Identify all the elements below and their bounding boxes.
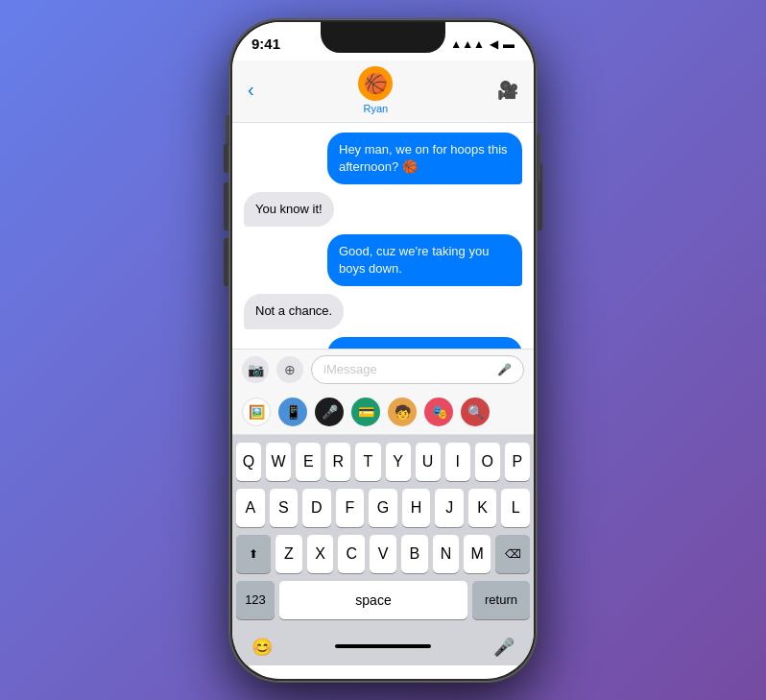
key-t[interactable]: T <box>355 443 380 481</box>
avatar: 🏀 <box>358 66 393 101</box>
message-row: Good, cuz we're taking you boys down. <box>244 234 522 286</box>
keyboard-row-4: 123 space return <box>236 581 530 619</box>
apps-row: 🖼️ 📱 🎤 💳 🧒 🎭 🔍 <box>232 390 534 435</box>
message-row: Not a chance. <box>244 294 522 328</box>
contact-name: Ryan <box>363 103 388 114</box>
mic-button[interactable]: 🎤 <box>493 637 515 658</box>
return-key[interactable]: return <box>472 581 530 619</box>
video-call-button[interactable]: 🎥 <box>497 80 518 101</box>
key-x[interactable]: X <box>307 535 334 573</box>
message-row: Hi lamb chop, it's only been an hour and… <box>244 337 522 349</box>
sent-bubble: Good, cuz we're taking you boys down. <box>327 234 522 286</box>
key-a[interactable]: A <box>236 489 265 527</box>
volume-up-button <box>224 182 228 230</box>
space-key[interactable]: space <box>279 581 467 619</box>
battery-icon: ▬ <box>503 37 515 51</box>
keyboard-row-2: A S D F G H J K L <box>236 489 530 527</box>
photos-app-icon[interactable]: 🖼️ <box>242 398 271 426</box>
key-p[interactable]: P <box>505 443 530 481</box>
power-button <box>538 163 542 230</box>
memoji-icon[interactable]: 🧒 <box>388 398 417 426</box>
home-indicator <box>335 644 431 648</box>
contact-info[interactable]: 🏀 Ryan <box>358 66 393 114</box>
mic-icon: 🎤 <box>497 363 512 376</box>
key-z[interactable]: Z <box>275 535 302 573</box>
input-placeholder: iMessage <box>323 362 377 376</box>
sent-bubble: Hi lamb chop, it's only been an hour and… <box>327 337 522 349</box>
message-row: You know it! <box>244 192 522 227</box>
keyboard-row-1: Q W E R T Y U I O P <box>236 443 530 481</box>
phone-screen: 9:41 ▲▲▲ ◀ ▬ ‹ 🏀 Ryan 🎥 <box>232 22 534 679</box>
received-bubble: You know it! <box>244 192 334 227</box>
key-s[interactable]: S <box>270 489 299 527</box>
key-e[interactable]: E <box>296 443 321 481</box>
key-j[interactable]: J <box>435 489 464 527</box>
key-i[interactable]: I <box>445 443 470 481</box>
phone-frame: 9:41 ▲▲▲ ◀ ▬ ‹ 🏀 Ryan 🎥 <box>229 19 537 682</box>
key-g[interactable]: G <box>369 489 397 527</box>
key-y[interactable]: Y <box>386 443 411 481</box>
signal-icon: ▲▲▲ <box>450 37 485 51</box>
key-l[interactable]: L <box>501 489 530 527</box>
key-k[interactable]: K <box>468 489 497 527</box>
key-c[interactable]: C <box>338 535 365 573</box>
apps-button[interactable]: ⊕ <box>276 356 303 383</box>
key-w[interactable]: W <box>266 443 291 481</box>
navigation-bar: ‹ 🏀 Ryan 🎥 <box>232 60 534 123</box>
key-q[interactable]: Q <box>236 443 261 481</box>
stickers-icon[interactable]: 🎭 <box>424 398 453 426</box>
back-button[interactable]: ‹ <box>248 79 254 101</box>
bottom-bar: 😊 🎤 <box>232 633 534 665</box>
key-r[interactable]: R <box>325 443 350 481</box>
shift-key[interactable]: ⬆ <box>236 535 271 573</box>
messages-list: Hey man, we on for hoops this afternoon?… <box>232 123 534 349</box>
messages-area: Hey man, we on for hoops this afternoon?… <box>232 123 534 349</box>
status-icons: ▲▲▲ ◀ ▬ <box>450 37 515 51</box>
wifi-icon: ◀ <box>490 37 498 51</box>
received-bubble: Not a chance. <box>244 294 344 328</box>
avatar-emoji: 🏀 <box>364 72 388 95</box>
message-row: Hey man, we on for hoops this afternoon?… <box>244 133 522 184</box>
key-f[interactable]: F <box>336 489 365 527</box>
message-input[interactable]: iMessage 🎤 <box>311 355 524 384</box>
keyboard-row-3: ⬆ Z X C V B N M ⌫ <box>236 535 530 573</box>
input-bar: 📷 ⊕ iMessage 🎤 <box>232 349 534 390</box>
key-d[interactable]: D <box>302 489 331 527</box>
camera-button[interactable]: 📷 <box>242 356 269 383</box>
keyboard: Q W E R T Y U I O P A S D F G <box>232 435 534 633</box>
key-b[interactable]: B <box>401 535 428 573</box>
audio-icon[interactable]: 🎤 <box>315 398 344 426</box>
sent-bubble: Hey man, we on for hoops this afternoon?… <box>327 133 522 184</box>
search-icon[interactable]: 🔍 <box>461 398 490 426</box>
silent-switch <box>224 144 228 173</box>
emoji-button[interactable]: 😊 <box>251 637 273 658</box>
num-key[interactable]: 123 <box>236 581 275 619</box>
key-n[interactable]: N <box>433 535 460 573</box>
volume-down-button <box>224 238 228 286</box>
status-time: 9:41 <box>251 36 280 52</box>
key-o[interactable]: O <box>475 443 500 481</box>
notch <box>321 22 445 53</box>
key-v[interactable]: V <box>370 535 396 573</box>
key-h[interactable]: H <box>402 489 431 527</box>
apple-cash-icon[interactable]: 💳 <box>351 398 380 426</box>
key-u[interactable]: U <box>416 443 441 481</box>
key-m[interactable]: M <box>464 535 491 573</box>
delete-key[interactable]: ⌫ <box>495 535 530 573</box>
appstore-icon[interactable]: 📱 <box>278 398 307 426</box>
